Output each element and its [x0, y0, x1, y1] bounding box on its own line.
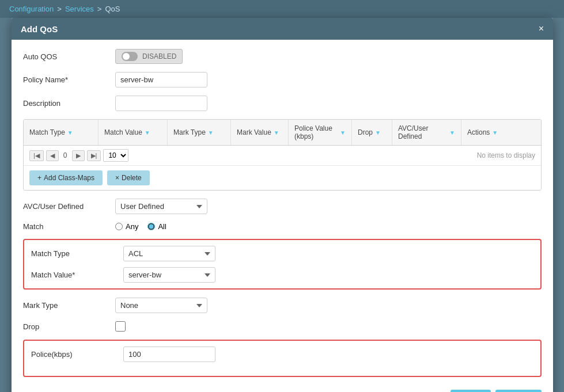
police-row: Police(kbps) [31, 347, 533, 362]
th-drop: Drop ▼ [352, 120, 392, 145]
actions-filter-icon[interactable]: ▼ [492, 130, 498, 136]
modal-title: Add QoS [21, 24, 58, 34]
pagination-controls: |◀ ◀ 0 ▶ ▶| 10 [29, 149, 128, 162]
match-radio-group: Any All [115, 222, 166, 231]
match-value-select[interactable]: server-bw [123, 267, 215, 283]
police-section: Police(kbps) [23, 340, 542, 377]
add-icon: + [37, 174, 41, 182]
match-any-option[interactable]: Any [115, 222, 138, 231]
breadcrumb-config[interactable]: Configuration [9, 5, 54, 13]
police-filter-icon[interactable]: ▼ [340, 130, 346, 136]
mark-type-select[interactable]: None DSCP CoS [115, 298, 207, 313]
next-page-button[interactable]: ▶ [72, 150, 85, 161]
breadcrumb-services[interactable]: Services [65, 5, 94, 13]
auto-qos-state: DISABLED [142, 52, 176, 60]
prev-page-button[interactable]: ◀ [46, 150, 59, 161]
drop-row: Drop [23, 321, 542, 332]
match-all-option[interactable]: All [147, 222, 166, 231]
avc-user-defined-row: AVC/User Defined User Defined AVC [23, 199, 542, 214]
match-row: Match Any All [23, 222, 542, 231]
th-avc-user: AVC/User Defined ▼ [392, 120, 461, 145]
match-value-row: Match Value* server-bw [31, 267, 533, 283]
match-all-label: All [158, 222, 166, 231]
avc-user-defined-select[interactable]: User Defined AVC [115, 199, 207, 214]
table-action-buttons: + Add Class-Maps × Delete [24, 165, 541, 190]
policy-name-row: Policy Name* [23, 72, 542, 87]
mark-type-row: Mark Type None DSCP CoS [23, 298, 542, 313]
auto-qos-label: Auto QOS [23, 52, 115, 61]
toggle-switch-icon [122, 52, 138, 61]
auto-qos-toggle[interactable]: DISABLED [115, 49, 183, 64]
mark-type-filter-icon[interactable]: ▼ [208, 130, 214, 136]
match-type-select[interactable]: ACL DSCP Protocol [123, 246, 215, 261]
page-size-select[interactable]: 10 [103, 149, 128, 162]
drop-label: Drop [23, 322, 115, 331]
delete-label: Delete [122, 174, 142, 182]
th-police-value: Police Value (kbps) ▼ [289, 120, 352, 145]
th-mark-type: Mark Type ▼ [168, 120, 231, 145]
description-row: Description [23, 96, 542, 111]
match-value-label: Match Value* [31, 271, 123, 279]
no-items-text: No items to display [477, 151, 535, 159]
footer-buttons: Save Cancel [23, 385, 542, 392]
police-label: Police(kbps) [31, 350, 123, 359]
match-type-filter-icon[interactable]: ▼ [67, 130, 73, 136]
avc-filter-icon[interactable]: ▼ [449, 130, 455, 136]
match-any-label: Any [126, 222, 138, 231]
save-button[interactable]: Save [451, 390, 491, 392]
match-label: Match [23, 222, 115, 231]
page-number: 0 [63, 151, 67, 159]
match-type-row: Match Type ACL DSCP Protocol [31, 246, 533, 261]
sep1: > [57, 5, 62, 13]
policy-name-input[interactable] [115, 72, 207, 87]
last-page-button[interactable]: ▶| [87, 150, 101, 161]
add-class-maps-label: Add Class-Maps [44, 174, 94, 182]
match-type-label: Match Type [31, 249, 123, 258]
first-page-button[interactable]: |◀ [29, 150, 44, 161]
table-pagination: |◀ ◀ 0 ▶ ▶| 10 No items to display [24, 146, 541, 165]
drop-checkbox[interactable] [115, 321, 126, 332]
add-class-maps-button[interactable]: + Add Class-Maps [29, 170, 103, 185]
auto-qos-row: Auto QOS DISABLED [23, 49, 542, 64]
drop-filter-icon[interactable]: ▼ [375, 130, 381, 136]
class-maps-table: Match Type ▼ Match Value ▼ Mark Type ▼ M… [23, 119, 542, 191]
mark-type-label: Mark Type [23, 301, 115, 310]
breadcrumb-current: QoS [105, 5, 120, 13]
cancel-button[interactable]: Cancel [495, 390, 542, 392]
th-match-type: Match Type ▼ [24, 120, 99, 145]
delete-button[interactable]: × Delete [107, 170, 150, 185]
modal-body: Auto QOS DISABLED Policy Name* Descripti… [12, 40, 553, 392]
top-bar: Configuration > Services > QoS [0, 0, 564, 18]
modal-header: Add QoS × [12, 18, 553, 40]
police-input[interactable] [123, 347, 215, 362]
add-qos-modal: Add QoS × Auto QOS DISABLED Policy Name*… [12, 18, 553, 392]
match-all-radio[interactable] [147, 223, 155, 230]
mark-value-filter-icon[interactable]: ▼ [274, 130, 279, 136]
match-value-filter-icon[interactable]: ▼ [145, 130, 150, 136]
match-any-radio[interactable] [115, 223, 123, 230]
match-type-value-section: Match Type ACL DSCP Protocol Match Value… [23, 239, 542, 290]
description-label: Description [23, 99, 115, 108]
delete-icon: × [115, 174, 119, 182]
th-mark-value: Mark Value ▼ [231, 120, 289, 145]
table-header: Match Type ▼ Match Value ▼ Mark Type ▼ M… [24, 120, 541, 146]
close-button[interactable]: × [539, 24, 544, 34]
description-input[interactable] [115, 96, 207, 111]
th-match-value: Match Value ▼ [99, 120, 168, 145]
th-actions: Actions ▼ [461, 120, 541, 145]
avc-user-defined-label: AVC/User Defined [23, 202, 115, 211]
sep2: > [97, 5, 102, 13]
policy-name-label: Policy Name* [23, 75, 115, 84]
